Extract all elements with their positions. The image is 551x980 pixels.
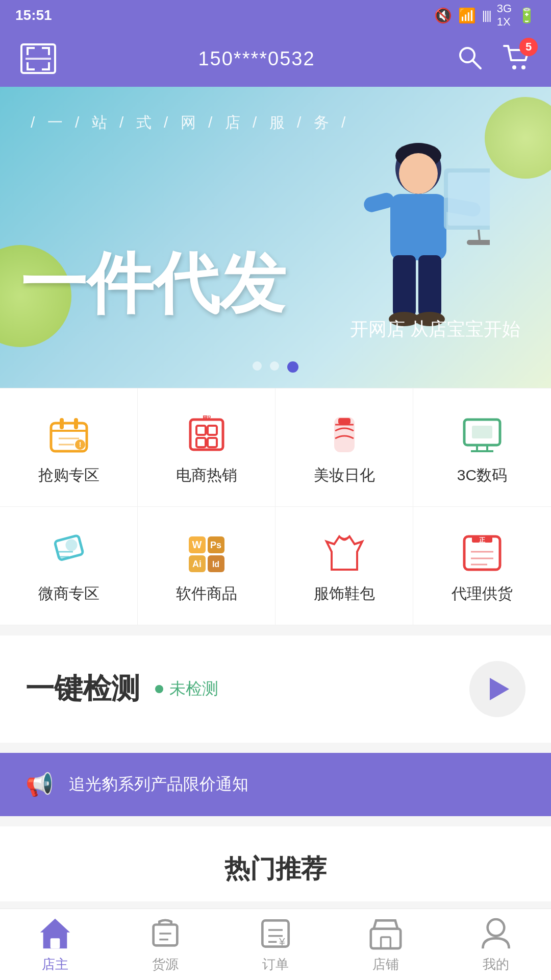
- detection-left: 一键检测 未检测: [26, 670, 218, 708]
- svg-point-78: [488, 919, 505, 936]
- scan-button[interactable]: [20, 43, 56, 74]
- announcement-text: 追光豹系列产品限价通知: [69, 773, 248, 796]
- banner-main-text: 一件代发: [20, 250, 286, 316]
- svg-rect-7: [48, 62, 50, 70]
- banner-dots: [253, 361, 298, 373]
- svg-rect-1: [27, 47, 29, 55]
- header-actions: 5: [457, 45, 531, 72]
- category-dianshang[interactable]: 邮 电商热销: [138, 388, 276, 507]
- meizhuang-label: 美妆日化: [314, 465, 375, 486]
- svg-rect-76: [371, 929, 400, 949]
- status-bar: 15:51 🔇 📶 |||| 3G1X 🔋: [0, 0, 551, 31]
- mine-icon: [478, 916, 514, 951]
- svg-rect-19: [393, 255, 416, 316]
- svg-text:Id: Id: [212, 560, 219, 569]
- ruanjian-icon: W Ps Ai Id: [181, 532, 232, 573]
- order-icon: ¥: [258, 916, 293, 951]
- 3c-label: 3C数码: [457, 465, 507, 486]
- svg-rect-68: [154, 925, 178, 946]
- weishang-label: 微商专区: [38, 583, 99, 604]
- detection-status: 未检测: [155, 678, 218, 700]
- svg-rect-38: [208, 426, 217, 435]
- svg-rect-30: [74, 418, 78, 429]
- status-dot: [155, 685, 163, 693]
- svg-rect-39: [208, 438, 217, 447]
- banner: / 一 / 站 / 式 / 网 / 店 / 服 / 务 / 一件代发 开网店 从…: [0, 87, 551, 388]
- category-qiangou[interactable]: ! 抢购专区: [0, 388, 138, 507]
- category-3c[interactable]: 3C数码: [413, 388, 551, 507]
- nav-mine-label: 我的: [483, 955, 509, 973]
- dianshang-label: 电商热销: [176, 465, 237, 486]
- svg-text:Ai: Ai: [192, 559, 202, 569]
- ruanjian-label: 软件商品: [176, 583, 237, 604]
- play-button[interactable]: [469, 661, 525, 717]
- svg-rect-29: [60, 418, 64, 429]
- svg-rect-26: [467, 240, 490, 245]
- category-ruanjian[interactable]: W Ps Ai Id 软件商品: [138, 507, 276, 625]
- announcement-bar[interactable]: 📢 追光豹系列产品限价通知: [0, 753, 551, 816]
- detection-status-label: 未检测: [169, 678, 218, 700]
- daili-label: 代理供货: [452, 583, 513, 604]
- nav-order-label: 订单: [262, 955, 289, 973]
- svg-rect-5: [27, 62, 29, 70]
- status-icons: 🔇 📶 |||| 3G1X 🔋: [434, 2, 536, 29]
- bubble-right: [485, 97, 551, 179]
- svg-rect-67: [51, 938, 60, 948]
- svg-rect-3: [48, 47, 50, 55]
- banner-sub-text: 开网店 从店宝宝开始: [350, 317, 520, 342]
- svg-rect-77: [381, 937, 391, 948]
- detection-section: 一键检测 未检测: [0, 635, 551, 743]
- category-fushi[interactable]: 服饰鞋包: [276, 507, 413, 625]
- status-time: 15:51: [15, 7, 52, 23]
- cart-button[interactable]: 5: [503, 45, 531, 72]
- dot-2[interactable]: [270, 361, 279, 371]
- nav-home[interactable]: 店主: [22, 908, 88, 980]
- svg-text:!: !: [79, 440, 81, 449]
- dot-1[interactable]: [253, 361, 262, 371]
- nav-source[interactable]: 货源: [132, 908, 198, 980]
- svg-point-12: [521, 65, 525, 69]
- svg-line-10: [472, 60, 481, 68]
- network-type: 3G1X: [497, 2, 512, 29]
- nav-shop-label: 店铺: [372, 955, 399, 973]
- nav-home-label: 店主: [42, 955, 68, 973]
- 3c-icon: [457, 414, 508, 455]
- fushi-icon: [319, 532, 370, 573]
- nav-mine[interactable]: 我的: [463, 908, 529, 980]
- svg-rect-37: [196, 438, 206, 447]
- app-header: 150****0532 5: [0, 31, 551, 87]
- svg-rect-8: [26, 58, 51, 60]
- bottom-nav: 店主 货源 ¥ 订单 店铺 我的: [0, 909, 551, 980]
- dianshang-icon: 邮: [181, 414, 232, 455]
- nav-source-label: 货源: [152, 955, 179, 973]
- svg-text:W: W: [192, 539, 202, 550]
- category-weishang[interactable]: 微商专区: [0, 507, 138, 625]
- detection-title: 一键检测: [26, 670, 140, 708]
- svg-text:Ps: Ps: [210, 540, 221, 550]
- user-phone: 150****0532: [198, 48, 315, 70]
- hot-recommend-section: 热门推荐: [0, 826, 551, 901]
- svg-rect-20: [418, 255, 441, 316]
- weishang-icon: [43, 532, 94, 573]
- svg-rect-24: [448, 173, 490, 226]
- svg-rect-42: [338, 418, 350, 424]
- play-icon: [490, 678, 509, 700]
- svg-line-25: [479, 230, 480, 240]
- svg-text:正: 正: [479, 536, 486, 544]
- svg-rect-16: [390, 194, 446, 260]
- wifi-icon: 📶: [458, 7, 476, 24]
- svg-point-50: [66, 540, 77, 550]
- nav-shop[interactable]: 店铺: [353, 908, 419, 980]
- qiangou-label: 抢购专区: [38, 465, 99, 486]
- shop-icon: [368, 916, 404, 951]
- category-grid: ! 抢购专区 邮 电商热销 美妆: [0, 388, 551, 625]
- nav-order[interactable]: ¥ 订单: [242, 908, 309, 980]
- category-meizhuang[interactable]: 美妆日化: [276, 388, 413, 507]
- category-daili[interactable]: 正 代理供货: [413, 507, 551, 625]
- search-button[interactable]: [457, 45, 483, 72]
- dot-3[interactable]: [287, 361, 298, 373]
- svg-rect-48: [472, 426, 492, 438]
- svg-text:¥: ¥: [279, 936, 285, 947]
- signal-icon: ||||: [482, 8, 491, 22]
- banner-subtitle: / 一 / 站 / 式 / 网 / 店 / 服 / 务 /: [31, 112, 349, 133]
